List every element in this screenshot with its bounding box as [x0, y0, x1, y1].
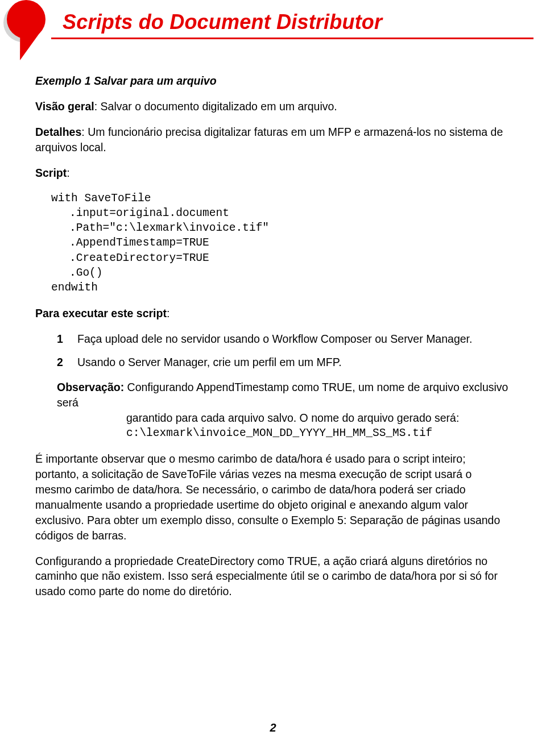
details-label: Detalhes — [35, 126, 81, 138]
code-l1: with SaveToFile — [51, 192, 151, 205]
page-title: Scripts do Document Distributor — [63, 10, 546, 34]
header-underline — [51, 38, 533, 39]
list-item: 2 Usando o Server Manager, crie um perfi… — [57, 355, 511, 370]
script-colon: : — [67, 167, 69, 179]
header: Scripts do Document Distributor — [0, 0, 546, 39]
example-heading: Exemplo 1 Salvar para um arquivo — [35, 73, 511, 89]
code-l2: .input=original.document — [51, 206, 511, 221]
run-colon: : — [167, 307, 169, 319]
code-block: with SaveToFile .input=original.document… — [35, 191, 511, 296]
speech-bubble-icon — [0, 0, 54, 63]
list-item: 1 Faça upload dele no servidor usando o … — [57, 331, 511, 347]
overview-text: : Salvar o documento digitalizado em um … — [94, 100, 337, 113]
step-text: Usando o Server Manager, crie um perfil … — [77, 355, 342, 370]
run-label-line: Para executar este script: — [35, 306, 511, 321]
code-l6: .Go() — [51, 265, 511, 280]
bubble-circle — [7, 0, 46, 39]
details-text: : Um funcionário precisa digitalizar fat… — [35, 126, 503, 153]
note-line2: garantido para cada arquivo salvo. O nom… — [57, 410, 511, 426]
script-label: Script — [35, 167, 67, 179]
note-label: Observação: — [57, 381, 124, 393]
script-label-line: Script: — [35, 165, 511, 181]
paragraph-1: É importante observar que o mesmo carimb… — [35, 451, 511, 543]
note-block: Observação: Configurando AppendTimestamp… — [57, 380, 511, 441]
overview-line: Visão geral: Salvar o documento digitali… — [35, 99, 511, 114]
step-text: Faça upload dele no servidor usando o Wo… — [77, 331, 472, 347]
step-number: 2 — [57, 355, 77, 370]
run-label: Para executar este script — [35, 307, 167, 319]
note-code: c:\lexmark\invoice_MON_DD_YYYY_HH_MM_SS_… — [57, 426, 511, 441]
step-number: 1 — [57, 331, 77, 347]
note-line1: Configurando AppendTimestamp como TRUE, … — [57, 381, 508, 409]
overview-label: Visão geral — [35, 100, 94, 113]
code-l4: .AppendTimestamp=TRUE — [51, 235, 511, 250]
code-l5: .CreateDirectory=TRUE — [51, 251, 511, 265]
code-l3: .Path="c:\lexmark\invoice.tif" — [51, 221, 511, 235]
steps-list: 1 Faça upload dele no servidor usando o … — [57, 331, 511, 370]
details-line: Detalhes: Um funcionário precisa digital… — [35, 124, 511, 155]
code-l7: endwith — [51, 281, 98, 294]
content: Exemplo 1 Salvar para um arquivo Visão g… — [0, 39, 546, 599]
page-number: 2 — [0, 721, 546, 734]
paragraph-2: Configurando a propriedade CreateDirecto… — [35, 554, 511, 600]
